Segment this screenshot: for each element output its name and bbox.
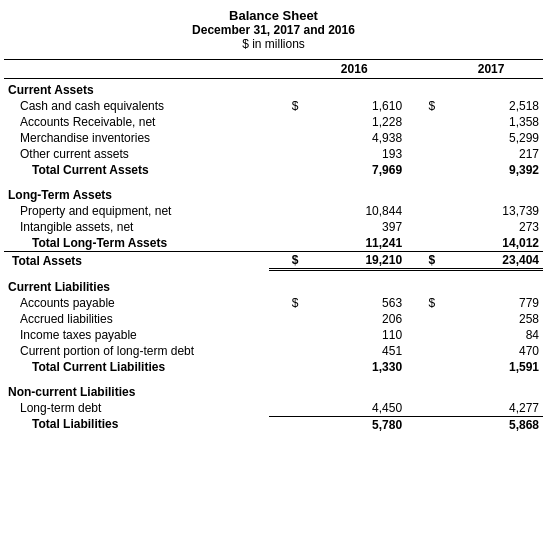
tca-2016: 7,969 xyxy=(302,162,406,178)
total-long-term-assets-row: Total Long-Term Assets 11,241 14,012 xyxy=(4,235,543,252)
long-term-assets-header: Long-Term Assets xyxy=(4,184,543,203)
itp-dollar1 xyxy=(269,327,302,343)
long-term-assets-label: Long-Term Assets xyxy=(4,184,543,203)
cash-label: Cash and cash equivalents xyxy=(4,98,269,114)
total-liabilities-row: Total Liabilities 5,780 5,868 xyxy=(4,416,543,433)
ta-2016: 19,210 xyxy=(302,252,406,270)
ia-2016: 397 xyxy=(302,219,406,235)
subtitle: December 31, 2017 and 2016 xyxy=(4,23,543,37)
cash-dollar1: $ xyxy=(269,98,302,114)
merch-dollar2 xyxy=(406,130,439,146)
ar-2017: 1,358 xyxy=(439,114,543,130)
accounts-payable-row: Accounts payable $ 563 $ 779 xyxy=(4,295,543,311)
ia-2017: 273 xyxy=(439,219,543,235)
other-2017: 217 xyxy=(439,146,543,162)
al-2017: 258 xyxy=(439,311,543,327)
other-dollar2 xyxy=(406,146,439,162)
total-liabilities-label: Total Liabilities xyxy=(4,416,269,433)
income-taxes-label: Income taxes payable xyxy=(4,327,269,343)
accrued-liabilities-label: Accrued liabilities xyxy=(4,311,269,327)
cash-2017: 2,518 xyxy=(439,98,543,114)
merch-dollar1 xyxy=(269,130,302,146)
accounts-payable-label: Accounts payable xyxy=(4,295,269,311)
ar-2016: 1,228 xyxy=(302,114,406,130)
non-current-liabilities-header: Non-current Liabilities xyxy=(4,381,543,400)
label-col-header xyxy=(4,60,269,79)
total-lta-label: Total Long-Term Assets xyxy=(4,235,269,252)
ap-2016: 563 xyxy=(302,295,406,311)
pe-dollar2 xyxy=(406,203,439,219)
property-label: Property and equipment, net xyxy=(4,203,269,219)
tl-dollar1 xyxy=(269,416,302,433)
cpltd-2016: 451 xyxy=(302,343,406,359)
cpltd-2017: 470 xyxy=(439,343,543,359)
ar-dollar2 xyxy=(406,114,439,130)
current-liabilities-label: Current Liabilities xyxy=(4,276,543,295)
merchandise-label: Merchandise inventories xyxy=(4,130,269,146)
ia-dollar1 xyxy=(269,219,302,235)
header: Balance Sheet December 31, 2017 and 2016… xyxy=(4,8,543,51)
ar-dollar1 xyxy=(269,114,302,130)
current-assets-label: Current Assets xyxy=(4,79,543,99)
al-2016: 206 xyxy=(302,311,406,327)
other-dollar1 xyxy=(269,146,302,162)
total-cl-label: Total Current Liabilities xyxy=(4,359,269,375)
merchandise-row: Merchandise inventories 4,938 5,299 xyxy=(4,130,543,146)
ltd-dollar2 xyxy=(406,400,439,417)
ta-dollar1: $ xyxy=(269,252,302,270)
pe-dollar1 xyxy=(269,203,302,219)
tcl-2017: 1,591 xyxy=(439,359,543,375)
long-term-debt-row: Long-term debt 4,450 4,277 xyxy=(4,400,543,417)
ia-dollar2 xyxy=(406,219,439,235)
total-current-assets-row: Total Current Assets 7,969 9,392 xyxy=(4,162,543,178)
tlta-dollar1 xyxy=(269,235,302,252)
itp-2017: 84 xyxy=(439,327,543,343)
total-current-assets-label: Total Current Assets xyxy=(4,162,269,178)
accrued-liabilities-row: Accrued liabilities 206 258 xyxy=(4,311,543,327)
merch-2017: 5,299 xyxy=(439,130,543,146)
dollar-col-header-2 xyxy=(406,60,439,79)
cpltd-dollar2 xyxy=(406,343,439,359)
current-portion-label: Current portion of long-term debt xyxy=(4,343,269,359)
current-assets-header: Current Assets xyxy=(4,79,543,99)
pe-2017: 13,739 xyxy=(439,203,543,219)
ltd-2017: 4,277 xyxy=(439,400,543,417)
cash-2016: 1,610 xyxy=(302,98,406,114)
accounts-receivable-row: Accounts Receivable, net 1,228 1,358 xyxy=(4,114,543,130)
total-assets-label: Total Assets xyxy=(4,252,269,270)
other-current-label: Other current assets xyxy=(4,146,269,162)
unit: $ in millions xyxy=(4,37,543,51)
other-2016: 193 xyxy=(302,146,406,162)
tcl-2016: 1,330 xyxy=(302,359,406,375)
year-2016-header: 2016 xyxy=(302,60,406,79)
tcl-dollar2 xyxy=(406,359,439,375)
tl-dollar2 xyxy=(406,416,439,433)
tlta-2017: 14,012 xyxy=(439,235,543,252)
itp-2016: 110 xyxy=(302,327,406,343)
pe-2016: 10,844 xyxy=(302,203,406,219)
balance-sheet-table: 2016 2017 Current Assets Cash and cash e… xyxy=(4,59,543,433)
ap-dollar2: $ xyxy=(406,295,439,311)
accounts-receivable-label: Accounts Receivable, net xyxy=(4,114,269,130)
ta-2017: 23,404 xyxy=(439,252,543,270)
tl-2016: 5,780 xyxy=(302,416,406,433)
cpltd-dollar1 xyxy=(269,343,302,359)
tca-2017: 9,392 xyxy=(439,162,543,178)
itp-dollar2 xyxy=(406,327,439,343)
cash-row: Cash and cash equivalents $ 1,610 $ 2,51… xyxy=(4,98,543,114)
title: Balance Sheet xyxy=(4,8,543,23)
current-liabilities-header: Current Liabilities xyxy=(4,276,543,295)
intangible-label: Intangible assets, net xyxy=(4,219,269,235)
ltd-2016: 4,450 xyxy=(302,400,406,417)
merch-2016: 4,938 xyxy=(302,130,406,146)
al-dollar1 xyxy=(269,311,302,327)
long-term-debt-label: Long-term debt xyxy=(4,400,269,417)
balance-sheet-container: Balance Sheet December 31, 2017 and 2016… xyxy=(0,0,547,441)
column-headers: 2016 2017 xyxy=(4,60,543,79)
income-taxes-payable-row: Income taxes payable 110 84 xyxy=(4,327,543,343)
tlta-2016: 11,241 xyxy=(302,235,406,252)
total-current-liabilities-row: Total Current Liabilities 1,330 1,591 xyxy=(4,359,543,375)
year-2017-header: 2017 xyxy=(439,60,543,79)
ta-dollar2: $ xyxy=(406,252,439,270)
dollar-col-header-1 xyxy=(269,60,302,79)
